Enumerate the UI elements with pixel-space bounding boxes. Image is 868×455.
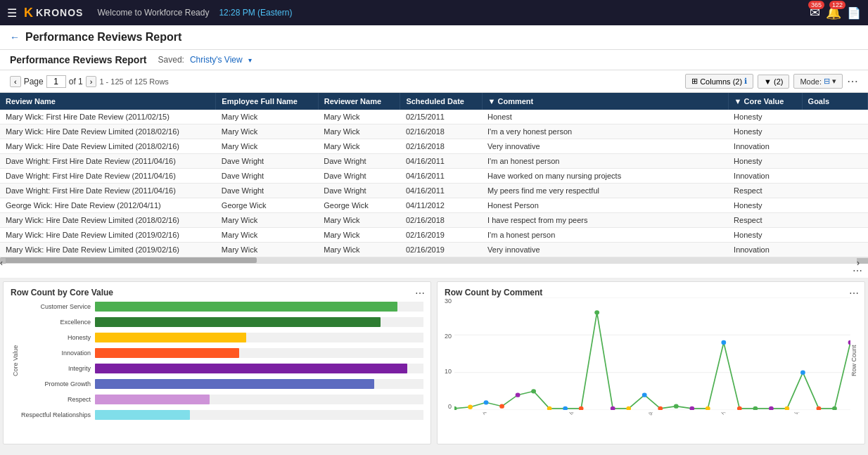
- col-header-date[interactable]: Scheduled Date: [400, 93, 482, 110]
- notification-icon-badge[interactable]: 🔔 122: [826, 5, 841, 20]
- back-button[interactable]: ←: [10, 32, 20, 43]
- table-cell: Dave Wright: [318, 184, 400, 198]
- horizontal-scrollbar[interactable]: › ‹: [0, 258, 868, 264]
- table-row[interactable]: Dave Wright: First Hire Date Review (201…: [0, 169, 868, 184]
- table-row[interactable]: Dave Wright: First Hire Date Review (201…: [0, 184, 868, 198]
- svg-point-21: [721, 340, 726, 345]
- top-navigation: ☰ K KRONOS Welcome to Workforce Ready 12…: [0, 0, 868, 25]
- mode-chevron-icon[interactable]: ▾: [832, 77, 836, 86]
- kronos-logo-icon: K: [24, 6, 33, 20]
- svg-point-23: [753, 406, 758, 410]
- bar-chart-row: Respectful Relationships: [20, 410, 423, 420]
- svg-point-22: [737, 406, 742, 410]
- table-cell: Innovation: [728, 243, 802, 257]
- prev-page-button[interactable]: ‹: [10, 76, 21, 87]
- scroll-track: [0, 257, 857, 263]
- svg-point-12: [579, 406, 584, 410]
- table-row[interactable]: Mary Wick: Hire Date Review Limited (201…: [0, 213, 868, 228]
- table-row[interactable]: Mary Wick: Hire Date Review Limited (201…: [0, 139, 868, 154]
- line-chart-area: 30 20 10 0: [445, 297, 857, 424]
- col-header-goals[interactable]: Goals: [802, 93, 867, 110]
- table-cell: Honesty: [728, 110, 802, 124]
- table-cell: Dave Wright: [216, 154, 318, 169]
- table-row[interactable]: Dave Wright: First Hire Date Review (201…: [0, 154, 868, 169]
- logo: K KRONOS: [24, 6, 83, 20]
- scroll-left-arrow[interactable]: ‹: [0, 258, 6, 264]
- table-cell: George Wick: [318, 198, 400, 213]
- col-header-reviewer[interactable]: Reviewer Name: [318, 93, 400, 110]
- table-row[interactable]: Mary Wick: Hire Date Review Limited (201…: [0, 124, 868, 139]
- table-cell: Mary Wick: [318, 124, 400, 139]
- svg-point-25: [785, 406, 790, 410]
- saved-view-selector[interactable]: Christy's View: [190, 55, 243, 65]
- table-row[interactable]: Mary Wick: First Hire Date Review (2011/…: [0, 110, 868, 124]
- page-number-input[interactable]: [46, 75, 66, 88]
- bar-fill: [95, 410, 190, 420]
- table-cell: Respect: [728, 213, 802, 228]
- table-cell: I'm an honest person: [482, 154, 728, 169]
- page-title: Performance Reviews Report: [25, 31, 181, 44]
- bar-chart-panel: Row Count by Core Value ⋯ Core Value Cus…: [3, 281, 431, 444]
- table-cell: Honesty: [728, 154, 802, 169]
- table-cell: Dave Wright: First Hire Date Review (201…: [0, 184, 216, 198]
- next-page-button[interactable]: ›: [86, 76, 97, 87]
- table-cell: Mary Wick: [216, 110, 318, 124]
- bar-label: Promote Growth: [20, 380, 91, 387]
- table-row[interactable]: George Wick: Hire Date Review (2012/04/1…: [0, 198, 868, 213]
- bar-label: Customer Service: [20, 303, 91, 310]
- svg-point-18: [674, 404, 679, 408]
- table-cell: [802, 243, 867, 257]
- bar-label: Honesty: [20, 334, 91, 341]
- nav-icons: ✉ 365 🔔 122 📄: [810, 5, 861, 20]
- line-chart-panel: Row Count by Comment ⋯ 30 20 10 0: [437, 281, 865, 444]
- filter-button[interactable]: ▼ (2): [758, 75, 789, 89]
- svg-point-6: [484, 400, 489, 404]
- bar-chart-row: Honesty: [20, 333, 423, 342]
- table-cell: My peers find me very respectful: [482, 184, 728, 198]
- x-axis-labels: Although Bob... Bob does... great job Ho…: [454, 412, 850, 426]
- col-header-comment[interactable]: ▼ Comment: [482, 93, 728, 110]
- pagination-control: ‹ Page of 1 › 1 - 125 of 125 Rows: [10, 75, 169, 88]
- columns-label: Columns (2): [700, 77, 742, 86]
- subheader: Performance Reviews Report Saved: Christ…: [0, 50, 868, 70]
- col-header-review-name[interactable]: Review Name: [0, 93, 216, 110]
- columns-button[interactable]: ⊞ Columns (2) ℹ: [685, 74, 753, 89]
- bar-chart-row: Respect: [20, 395, 423, 404]
- table-cell: Mary Wick: [318, 139, 400, 154]
- table-cell: Dave Wright: First Hire Date Review (201…: [0, 154, 216, 169]
- svg-point-28: [832, 406, 837, 410]
- table-row[interactable]: Mary Wick: Hire Date Review Limited (201…: [0, 228, 868, 243]
- table-cell: Mary Wick: [216, 124, 318, 139]
- notification-badge-count: 122: [829, 1, 845, 9]
- table-cell: Mary Wick: Hire Date Review Limited (201…: [0, 139, 216, 154]
- scroll-right-arrow[interactable]: ›: [857, 258, 868, 264]
- table-row[interactable]: Mary Wick: Hire Date Review Limited (201…: [0, 243, 868, 257]
- toolbar-more-button[interactable]: ⋯: [847, 75, 858, 88]
- document-icon[interactable]: 📄: [847, 6, 861, 20]
- table-cell: Dave Wright: [216, 184, 318, 198]
- bar-chart-row: Promote Growth: [20, 379, 423, 389]
- table-cell: George Wick: [216, 198, 318, 213]
- table-cell: Dave Wright: First Hire Date Review (201…: [0, 169, 216, 184]
- hamburger-menu[interactable]: ☰: [7, 6, 17, 20]
- table-cell: 04/11/2012: [400, 198, 482, 213]
- svg-point-11: [563, 406, 568, 410]
- scroll-thumb[interactable]: [0, 257, 257, 263]
- columns-info-icon: ℹ: [744, 77, 747, 86]
- columns-icon: ⊞: [691, 77, 698, 86]
- bar-track: [95, 348, 423, 358]
- report-title: Performance Reviews Report: [10, 54, 147, 65]
- table-cell: Have worked on many nursing projects: [482, 169, 728, 184]
- mail-icon-badge[interactable]: ✉ 365: [810, 5, 820, 20]
- bar-track: [95, 317, 423, 327]
- line-chart-y-axis: 30 20 10 0: [445, 297, 454, 424]
- view-chevron-icon[interactable]: ▾: [248, 56, 252, 64]
- bar-track: [95, 333, 423, 342]
- svg-point-20: [706, 406, 710, 410]
- table-cell: I'm a very honest person: [482, 124, 728, 139]
- bar-chart-more-button[interactable]: ⋯: [415, 288, 425, 299]
- col-header-core-value[interactable]: ▼ Core Value: [728, 93, 802, 110]
- col-header-employee[interactable]: Employee Full Name: [216, 93, 318, 110]
- bar-label: Excellence: [20, 319, 91, 326]
- table-cell: Honesty: [728, 198, 802, 213]
